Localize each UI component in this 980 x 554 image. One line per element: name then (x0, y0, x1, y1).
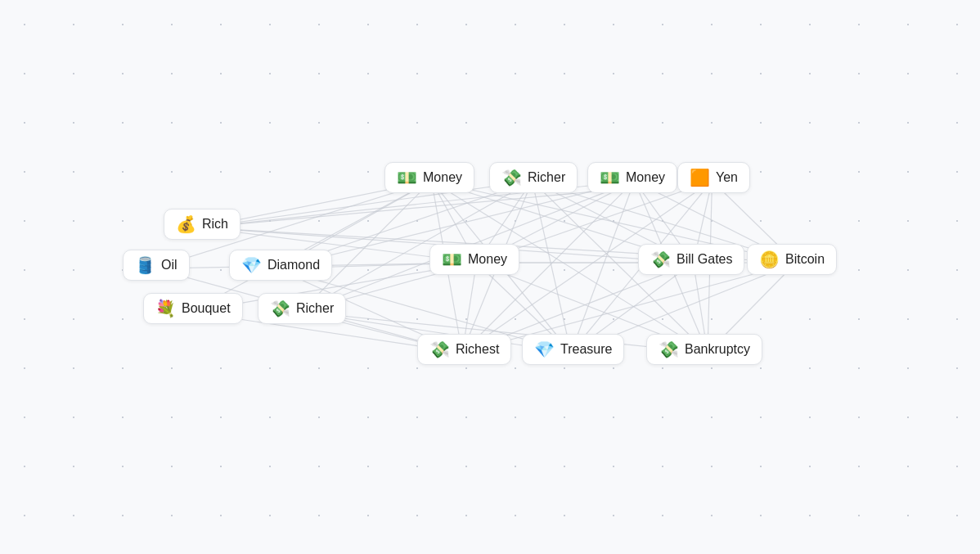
svg-line-16 (191, 181, 432, 312)
node-treasure[interactable]: 💎Treasure (522, 334, 624, 365)
label-bouquet: Bouquet (182, 301, 231, 316)
label-richest: Richest (456, 342, 499, 357)
label-money-top2: Money (626, 170, 665, 185)
icon-diamond: 💎 (241, 257, 262, 273)
icon-richer-left: 💸 (270, 300, 290, 317)
label-billgates: Bill Gates (677, 252, 732, 267)
node-diamond[interactable]: 💎Diamond (229, 250, 332, 281)
label-money-mid: Money (468, 252, 507, 267)
node-billgates[interactable]: 💸Bill Gates (638, 244, 744, 275)
svg-line-19 (301, 181, 432, 312)
node-bouquet[interactable]: 💐Bouquet (143, 293, 243, 324)
icon-bankruptcy: 💸 (659, 341, 679, 358)
label-money-top1: Money (423, 170, 462, 185)
svg-line-42 (571, 181, 635, 353)
svg-line-1 (200, 181, 533, 227)
label-rich: Rich (202, 217, 228, 232)
node-money-mid[interactable]: 💵Money (429, 244, 519, 275)
node-oil[interactable]: 🛢️Oil (123, 250, 190, 281)
icon-bitcoin: 🪙 (759, 251, 780, 268)
node-bankruptcy[interactable]: 💸Bankruptcy (646, 334, 762, 365)
node-yen[interactable]: 🟧Yen (677, 162, 750, 193)
node-bitcoin[interactable]: 🪙Bitcoin (747, 244, 837, 275)
icon-money-top1: 💵 (397, 169, 417, 186)
icon-oil: 🛢️ (135, 257, 155, 273)
svg-line-36 (533, 181, 572, 353)
icon-richer-top: 💸 (501, 169, 522, 186)
label-yen: Yen (716, 170, 738, 185)
icon-rich: 💰 (176, 216, 196, 232)
node-money-top1[interactable]: 💵Money (384, 162, 474, 193)
icon-bouquet: 💐 (155, 300, 176, 317)
icon-billgates: 💸 (650, 251, 671, 268)
node-richer-left[interactable]: 💸Richer (258, 293, 346, 324)
label-oil: Oil (161, 258, 178, 272)
icon-treasure: 💎 (534, 341, 555, 358)
node-rich[interactable]: 💰Rich (164, 209, 241, 240)
icon-money-mid: 💵 (442, 251, 462, 268)
label-bitcoin: Bitcoin (785, 252, 825, 267)
label-diamond: Diamond (267, 258, 320, 272)
label-bankruptcy: Bankruptcy (685, 342, 750, 357)
node-richest[interactable]: 💸Richest (417, 334, 511, 365)
icon-yen: 🟧 (690, 169, 710, 186)
label-treasure: Treasure (560, 342, 612, 357)
icon-richest: 💸 (429, 341, 450, 358)
label-richer-top: Richer (528, 170, 565, 185)
label-richer-left: Richer (296, 301, 334, 316)
icon-money-top2: 💵 (600, 169, 620, 186)
node-money-top2[interactable]: 💵Money (587, 162, 677, 193)
node-richer-top[interactable]: 💸Richer (489, 162, 578, 193)
